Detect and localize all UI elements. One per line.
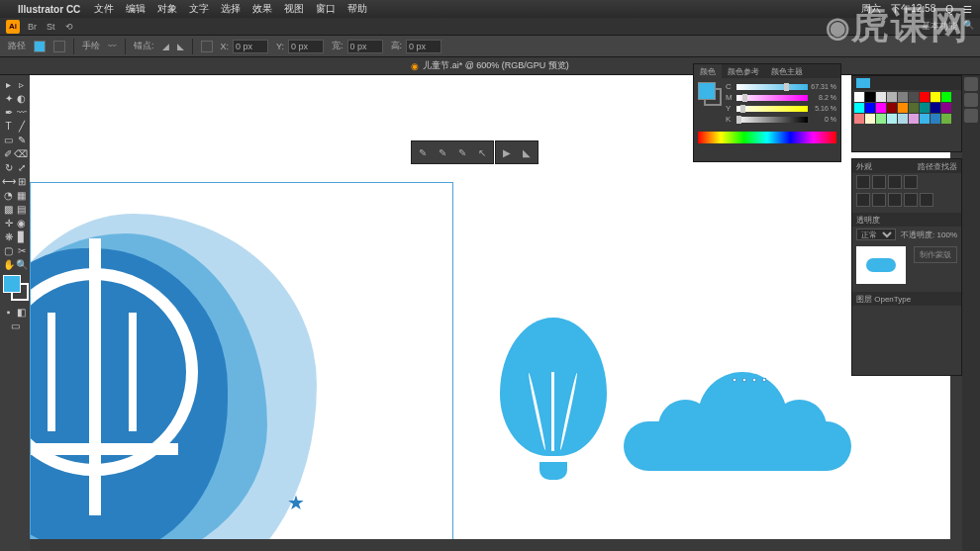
fill-stroke-proxy[interactable] bbox=[698, 82, 722, 106]
blend-mode-select[interactable]: 正常 bbox=[856, 229, 896, 240]
fill-swatch[interactable] bbox=[34, 41, 46, 52]
c-slider[interactable] bbox=[736, 84, 808, 90]
make-mask-button[interactable]: 制作蒙版 bbox=[914, 246, 957, 263]
swatch[interactable] bbox=[854, 92, 864, 102]
zoom-tool[interactable]: 🔍 bbox=[15, 257, 28, 271]
swatch[interactable] bbox=[941, 92, 951, 102]
menu-effect[interactable]: 效果 bbox=[252, 2, 272, 16]
swatch[interactable] bbox=[854, 114, 864, 124]
swatch[interactable] bbox=[941, 114, 951, 124]
selection-tool[interactable]: ▸ bbox=[2, 77, 15, 91]
spectrum-bar[interactable] bbox=[698, 132, 836, 143]
brush-icon[interactable]: 〰 bbox=[108, 42, 117, 51]
screen-mode-icon[interactable]: ▭ bbox=[2, 319, 28, 332]
type-tool[interactable]: T bbox=[2, 119, 15, 133]
width-tool[interactable]: ⟷ bbox=[2, 174, 16, 188]
properties-panel[interactable]: 外观路径查找器 透明度 正常 不透明度: 100% 制作蒙版 图层 OpenTy… bbox=[851, 158, 962, 376]
menu-window[interactable]: 窗口 bbox=[316, 2, 336, 16]
floating-toolbar-1[interactable]: ✎ ✎ ✎ ↖ bbox=[411, 140, 494, 164]
swatch[interactable] bbox=[909, 114, 919, 124]
k-slider[interactable] bbox=[736, 117, 808, 123]
pathfinder-outline-icon[interactable] bbox=[920, 193, 933, 207]
swatch[interactable] bbox=[887, 103, 897, 113]
shape-builder-tool[interactable]: ◔ bbox=[2, 188, 15, 202]
swatch[interactable] bbox=[876, 103, 886, 113]
swatch[interactable] bbox=[876, 114, 886, 124]
pencil-icon[interactable]: ✎ bbox=[414, 143, 432, 161]
pathfinder-merge-icon[interactable] bbox=[888, 193, 902, 207]
gradient-tool[interactable]: ▤ bbox=[15, 202, 28, 216]
eyedropper-tool[interactable]: ✛ bbox=[2, 216, 15, 230]
menu-help[interactable]: 帮助 bbox=[347, 2, 367, 16]
graph-tool[interactable]: ▊ bbox=[15, 230, 28, 243]
sync-icon[interactable]: ⟲ bbox=[65, 22, 73, 32]
swatch[interactable] bbox=[920, 103, 930, 113]
floating-toolbar-2[interactable]: ▶ ◣ bbox=[495, 140, 539, 164]
dock-icon[interactable] bbox=[964, 77, 978, 91]
swatch[interactable] bbox=[941, 103, 951, 113]
anchor-point[interactable] bbox=[762, 378, 766, 382]
swatch[interactable] bbox=[931, 92, 940, 102]
swatch[interactable] bbox=[887, 92, 897, 102]
pathfinder-divide-icon[interactable] bbox=[856, 193, 870, 207]
m-slider[interactable] bbox=[736, 95, 808, 101]
stock-link[interactable]: St bbox=[47, 22, 55, 32]
smooth-icon[interactable]: ✎ bbox=[434, 143, 451, 161]
slice-tool[interactable]: ✂ bbox=[15, 243, 28, 257]
shaper-tool[interactable]: ✐ bbox=[2, 146, 14, 160]
free-transform-tool[interactable]: ⊞ bbox=[16, 174, 28, 188]
menu-icon[interactable]: ☰ bbox=[963, 4, 972, 15]
lasso-tool[interactable]: ◐ bbox=[15, 91, 28, 105]
swatch[interactable] bbox=[931, 103, 940, 113]
y-input[interactable] bbox=[288, 40, 324, 53]
pen-tool[interactable]: ✒ bbox=[2, 105, 15, 119]
swatch[interactable] bbox=[920, 92, 930, 102]
h-input[interactable] bbox=[406, 40, 441, 53]
pathfinder-crop-icon[interactable] bbox=[904, 193, 918, 207]
menu-type[interactable]: 文字 bbox=[189, 2, 209, 16]
swatch[interactable] bbox=[876, 92, 886, 102]
menu-file[interactable]: 文件 bbox=[94, 2, 114, 16]
rotate-tool[interactable]: ↻ bbox=[2, 160, 15, 174]
y-slider[interactable] bbox=[736, 106, 808, 112]
pathfinder-exclude-icon[interactable] bbox=[904, 175, 918, 189]
menu-view[interactable]: 视图 bbox=[284, 2, 304, 16]
direct-selection-tool[interactable]: ▹ bbox=[15, 77, 28, 91]
swatch[interactable] bbox=[865, 114, 875, 124]
gradient-mode-icon[interactable]: ◧ bbox=[15, 305, 28, 319]
selection-icon[interactable]: ▶ bbox=[498, 143, 516, 161]
dock-icon[interactable] bbox=[964, 93, 978, 107]
line-tool[interactable]: ╱ bbox=[15, 119, 28, 133]
perspective-tool[interactable]: ▦ bbox=[15, 188, 28, 202]
swatch[interactable] bbox=[865, 92, 875, 102]
swatches-panel[interactable] bbox=[851, 75, 962, 152]
curvature-tool[interactable]: 〰 bbox=[15, 105, 28, 119]
swatch[interactable] bbox=[854, 103, 864, 113]
horizontal-scrollbar[interactable] bbox=[30, 539, 962, 551]
swatch[interactable] bbox=[920, 114, 930, 124]
align-icon[interactable] bbox=[201, 41, 213, 52]
anchor-point[interactable] bbox=[752, 378, 756, 382]
path-eraser-icon[interactable]: ✎ bbox=[453, 143, 471, 161]
x-input[interactable] bbox=[233, 40, 268, 53]
search-icon[interactable]: 🔍 bbox=[963, 20, 974, 33]
artboard-tool[interactable]: ▢ bbox=[2, 243, 15, 257]
swatch[interactable] bbox=[865, 103, 875, 113]
artwork-balloon[interactable] bbox=[500, 318, 607, 480]
anchor-point[interactable] bbox=[742, 378, 746, 382]
menu-edit[interactable]: 编辑 bbox=[126, 2, 146, 16]
spotlight-icon[interactable]: Q bbox=[945, 4, 953, 15]
color-themes-tab[interactable]: 颜色主题 bbox=[765, 64, 809, 78]
color-mode-icon[interactable]: ▪ bbox=[2, 305, 15, 319]
app-name[interactable]: Illustrator CC bbox=[18, 4, 80, 15]
anchor-point[interactable] bbox=[733, 378, 736, 382]
eraser-tool[interactable]: ⌫ bbox=[14, 146, 28, 160]
magic-wand-tool[interactable]: ✦ bbox=[2, 91, 15, 105]
fill-stroke-control[interactable] bbox=[3, 275, 29, 301]
workspace-label[interactable]: 基本功能 bbox=[922, 20, 957, 33]
pathfinder-trim-icon[interactable] bbox=[872, 193, 886, 207]
menu-select[interactable]: 选择 bbox=[221, 2, 241, 16]
layers-tab[interactable]: 图层 OpenType bbox=[856, 294, 911, 305]
color-guide-tab[interactable]: 颜色参考 bbox=[722, 64, 765, 78]
swatch[interactable] bbox=[898, 103, 908, 113]
